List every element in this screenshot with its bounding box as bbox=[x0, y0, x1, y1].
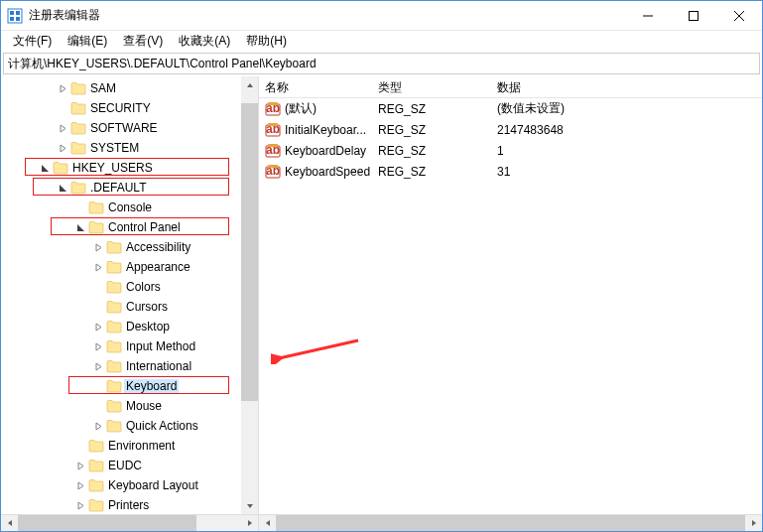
value-data: 2147483648 bbox=[491, 123, 762, 137]
tree-node-security[interactable]: SECURITY bbox=[1, 98, 258, 118]
menu-file[interactable]: 文件(F) bbox=[5, 31, 60, 52]
value-data: 1 bbox=[491, 144, 762, 158]
expand-toggle[interactable] bbox=[72, 458, 88, 473]
value-type: REG_SZ bbox=[372, 165, 491, 179]
scroll-thumb[interactable] bbox=[18, 515, 196, 532]
list-row[interactable]: abInitialKeyboar...REG_SZ2147483648 bbox=[259, 119, 762, 140]
expand-toggle[interactable] bbox=[90, 259, 106, 275]
tree-node-hkey-users[interactable]: HKEY_USERS bbox=[1, 158, 258, 178]
tree-node-keyboard[interactable]: Keyboard bbox=[1, 376, 258, 396]
tree-node-colors[interactable]: Colors bbox=[1, 277, 258, 297]
tree-horizontal-scrollbar[interactable] bbox=[1, 514, 258, 531]
expand-toggle[interactable] bbox=[72, 477, 88, 493]
scroll-thumb[interactable] bbox=[276, 515, 745, 532]
scroll-track[interactable] bbox=[241, 93, 258, 497]
expand-spacer bbox=[72, 438, 88, 454]
tree-node--default[interactable]: .DEFAULT bbox=[1, 178, 258, 198]
tree-node-accessibility[interactable]: Accessibility bbox=[1, 237, 258, 257]
tree-label: Printers bbox=[106, 498, 151, 512]
close-button[interactable] bbox=[716, 1, 762, 31]
svg-rect-11 bbox=[268, 102, 278, 105]
column-name[interactable]: 名称 bbox=[259, 76, 372, 97]
scroll-right-button[interactable] bbox=[241, 515, 258, 532]
tree-node-printers[interactable]: Printers bbox=[1, 495, 258, 514]
tree-view[interactable]: SAMSECURITYSOFTWARESYSTEMHKEY_USERS.DEFA… bbox=[1, 76, 258, 514]
expand-toggle[interactable] bbox=[90, 239, 106, 255]
tree-label: Accessibility bbox=[124, 240, 192, 254]
menu-help[interactable]: 帮助(H) bbox=[238, 31, 295, 52]
value-data: 31 bbox=[491, 165, 762, 179]
tree-label: SAM bbox=[88, 81, 118, 95]
titlebar: 注册表编辑器 bbox=[1, 1, 762, 31]
tree-vertical-scrollbar[interactable] bbox=[241, 76, 258, 514]
scroll-up-button[interactable] bbox=[241, 76, 258, 93]
address-bar[interactable]: 计算机\HKEY_USERS\.DEFAULT\Control Panel\Ke… bbox=[3, 53, 760, 74]
svg-rect-4 bbox=[16, 17, 20, 21]
tree-label: Console bbox=[106, 200, 154, 214]
value-name: abInitialKeyboar... bbox=[259, 122, 372, 138]
expand-toggle[interactable] bbox=[72, 497, 88, 513]
expand-toggle[interactable] bbox=[90, 418, 106, 434]
tree-node-control-panel[interactable]: Control Panel bbox=[1, 217, 258, 237]
scroll-down-button[interactable] bbox=[241, 497, 258, 514]
column-type[interactable]: 类型 bbox=[372, 76, 491, 97]
tree-node-sam[interactable]: SAM bbox=[1, 78, 258, 98]
list-row[interactable]: ab(默认)REG_SZ(数值未设置) bbox=[259, 98, 762, 119]
tree-node-input-method[interactable]: Input Method bbox=[1, 336, 258, 356]
expand-toggle[interactable] bbox=[55, 180, 70, 196]
expand-spacer bbox=[55, 100, 70, 116]
tree-label: Keyboard Layout bbox=[106, 478, 200, 492]
svg-rect-3 bbox=[10, 17, 14, 21]
list-row[interactable]: abKeyboardDelayREG_SZ1 bbox=[259, 140, 762, 161]
expand-toggle[interactable] bbox=[90, 358, 106, 374]
expand-toggle[interactable] bbox=[55, 140, 70, 156]
menu-favorites[interactable]: 收藏夹(A) bbox=[171, 31, 238, 52]
tree-node-quick-actions[interactable]: Quick Actions bbox=[1, 416, 258, 436]
expand-toggle[interactable] bbox=[72, 219, 88, 235]
tree-label: SYSTEM bbox=[88, 141, 141, 155]
maximize-button[interactable] bbox=[671, 1, 716, 31]
tree-label: Cursors bbox=[124, 300, 170, 314]
tree-node-desktop[interactable]: Desktop bbox=[1, 317, 258, 336]
tree-node-keyboard-layout[interactable]: Keyboard Layout bbox=[1, 475, 258, 495]
scroll-thumb[interactable] bbox=[241, 103, 258, 401]
menu-view[interactable]: 查看(V) bbox=[115, 31, 171, 52]
tree-label: EUDC bbox=[106, 459, 144, 472]
expand-toggle[interactable] bbox=[55, 120, 70, 136]
scroll-right-button[interactable] bbox=[745, 515, 762, 532]
tree-node-international[interactable]: International bbox=[1, 356, 258, 376]
tree-label: Input Method bbox=[124, 339, 197, 353]
list-horizontal-scrollbar[interactable] bbox=[259, 514, 762, 531]
tree-node-eudc[interactable]: EUDC bbox=[1, 456, 258, 475]
value-name: abKeyboardDelay bbox=[259, 143, 372, 159]
scroll-left-button[interactable] bbox=[1, 515, 18, 532]
expand-toggle[interactable] bbox=[90, 319, 106, 334]
tree-node-console[interactable]: Console bbox=[1, 198, 258, 217]
column-data[interactable]: 数据 bbox=[491, 76, 762, 97]
tree-node-environment[interactable]: Environment bbox=[1, 436, 258, 456]
menu-edit[interactable]: 编辑(E) bbox=[60, 31, 115, 52]
list-body[interactable]: ab(默认)REG_SZ(数值未设置)abInitialKeyboar...RE… bbox=[259, 98, 762, 182]
tree-node-software[interactable]: SOFTWARE bbox=[1, 118, 258, 138]
app-icon bbox=[7, 8, 23, 24]
tree-node-mouse[interactable]: Mouse bbox=[1, 396, 258, 416]
svg-rect-14 bbox=[268, 123, 278, 126]
scroll-track[interactable] bbox=[276, 515, 745, 532]
list-row[interactable]: abKeyboardSpeedREG_SZ31 bbox=[259, 161, 762, 182]
window-title: 注册表编辑器 bbox=[29, 7, 625, 24]
minimize-button[interactable] bbox=[625, 1, 671, 31]
tree-node-system[interactable]: SYSTEM bbox=[1, 138, 258, 158]
svg-line-21 bbox=[279, 340, 358, 358]
tree-label: Mouse bbox=[124, 399, 164, 413]
expand-toggle[interactable] bbox=[55, 80, 70, 96]
tree-node-appearance[interactable]: Appearance bbox=[1, 257, 258, 277]
expand-toggle[interactable] bbox=[37, 160, 53, 176]
scroll-track[interactable] bbox=[18, 515, 241, 532]
tree-label: Appearance bbox=[124, 260, 192, 274]
tree-node-cursors[interactable]: Cursors bbox=[1, 297, 258, 317]
tree-label: .DEFAULT bbox=[88, 181, 148, 195]
expand-toggle[interactable] bbox=[90, 338, 106, 354]
list-header: 名称 类型 数据 bbox=[259, 76, 762, 98]
scroll-left-button[interactable] bbox=[259, 515, 276, 532]
value-type: REG_SZ bbox=[372, 102, 491, 116]
